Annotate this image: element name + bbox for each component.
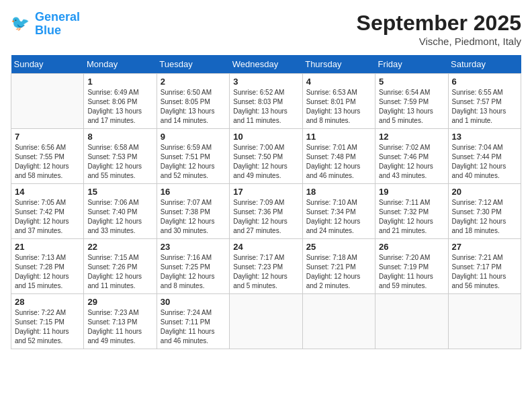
calendar-cell: 7Sunrise: 6:56 AMSunset: 7:55 PMDaylight…	[11, 129, 84, 184]
day-header-monday: Monday	[84, 55, 157, 74]
calendar-cell: 29Sunrise: 7:23 AMSunset: 7:13 PMDayligh…	[84, 294, 157, 349]
day-number: 29	[87, 297, 152, 307]
calendar-cell: 12Sunrise: 7:02 AMSunset: 7:46 PMDayligh…	[375, 129, 448, 184]
day-number: 10	[233, 132, 298, 142]
day-header-wednesday: Wednesday	[230, 55, 302, 74]
calendar-cell: 19Sunrise: 7:11 AMSunset: 7:32 PMDayligh…	[375, 184, 448, 239]
calendar-cell: 11Sunrise: 7:01 AMSunset: 7:48 PMDayligh…	[302, 129, 375, 184]
day-info: Sunrise: 6:50 AMSunset: 8:05 PMDaylight:…	[161, 88, 226, 126]
day-info: Sunrise: 6:59 AMSunset: 7:51 PMDaylight:…	[161, 143, 226, 181]
day-info: Sunrise: 7:01 AMSunset: 7:48 PMDaylight:…	[306, 143, 371, 181]
day-info: Sunrise: 7:16 AMSunset: 7:25 PMDaylight:…	[161, 253, 226, 291]
location: Vische, Piedmont, Italy	[357, 36, 521, 47]
day-number: 28	[15, 297, 80, 307]
logo-text: General Blue	[35, 11, 80, 38]
day-number: 13	[452, 132, 517, 142]
logo-general: General	[35, 10, 80, 24]
day-info: Sunrise: 7:20 AMSunset: 7:19 PMDaylight:…	[379, 253, 444, 291]
calendar-cell: 21Sunrise: 7:13 AMSunset: 7:28 PMDayligh…	[11, 239, 84, 294]
calendar-cell: 14Sunrise: 7:05 AMSunset: 7:42 PMDayligh…	[11, 184, 84, 239]
calendar-cell: 15Sunrise: 7:06 AMSunset: 7:40 PMDayligh…	[84, 184, 157, 239]
calendar-cell: 23Sunrise: 7:16 AMSunset: 7:25 PMDayligh…	[157, 239, 229, 294]
day-info: Sunrise: 7:07 AMSunset: 7:38 PMDaylight:…	[161, 198, 226, 236]
calendar-cell: 4Sunrise: 6:53 AMSunset: 8:01 PMDaylight…	[302, 74, 375, 129]
calendar-cell	[375, 294, 448, 349]
day-number: 16	[161, 187, 226, 197]
day-number: 20	[452, 187, 517, 197]
calendar-week-row: 21Sunrise: 7:13 AMSunset: 7:28 PMDayligh…	[11, 239, 521, 294]
calendar-cell: 30Sunrise: 7:24 AMSunset: 7:11 PMDayligh…	[157, 294, 229, 349]
calendar-cell: 17Sunrise: 7:09 AMSunset: 7:36 PMDayligh…	[230, 184, 302, 239]
day-number: 17	[233, 187, 298, 197]
day-info: Sunrise: 7:15 AMSunset: 7:26 PMDaylight:…	[87, 253, 152, 291]
day-number: 1	[87, 77, 152, 87]
day-number: 5	[379, 77, 444, 87]
calendar-cell	[230, 294, 302, 349]
calendar-cell: 16Sunrise: 7:07 AMSunset: 7:38 PMDayligh…	[157, 184, 229, 239]
calendar-cell: 18Sunrise: 7:10 AMSunset: 7:34 PMDayligh…	[302, 184, 375, 239]
day-header-saturday: Saturday	[448, 55, 521, 74]
day-number: 8	[87, 132, 152, 142]
day-info: Sunrise: 7:18 AMSunset: 7:21 PMDaylight:…	[306, 253, 371, 291]
day-info: Sunrise: 7:02 AMSunset: 7:46 PMDaylight:…	[379, 143, 444, 181]
calendar-cell: 13Sunrise: 7:04 AMSunset: 7:44 PMDayligh…	[448, 129, 521, 184]
day-info: Sunrise: 7:23 AMSunset: 7:13 PMDaylight:…	[87, 308, 152, 346]
day-number: 15	[87, 187, 152, 197]
day-info: Sunrise: 7:12 AMSunset: 7:30 PMDaylight:…	[452, 198, 517, 236]
day-header-thursday: Thursday	[302, 55, 375, 74]
day-number: 12	[379, 132, 444, 142]
day-info: Sunrise: 6:52 AMSunset: 8:03 PMDaylight:…	[233, 88, 298, 126]
month-title: September 2025	[357, 11, 521, 36]
day-number: 21	[15, 242, 80, 252]
day-number: 18	[306, 187, 371, 197]
logo-blue: Blue	[35, 24, 61, 37]
calendar-cell	[302, 294, 375, 349]
day-info: Sunrise: 7:06 AMSunset: 7:40 PMDaylight:…	[87, 198, 152, 236]
calendar-cell: 28Sunrise: 7:22 AMSunset: 7:15 PMDayligh…	[11, 294, 84, 349]
logo-icon: 🐦	[11, 13, 32, 35]
day-number: 4	[306, 77, 371, 87]
day-number: 2	[161, 77, 226, 87]
day-number: 22	[87, 242, 152, 252]
title-block: September 2025 Vische, Piedmont, Italy	[357, 11, 521, 47]
day-number: 25	[306, 242, 371, 252]
page-header: 🐦 General Blue September 2025 Vische, Pi…	[11, 11, 521, 47]
day-info: Sunrise: 6:58 AMSunset: 7:53 PMDaylight:…	[87, 143, 152, 181]
calendar-week-row: 28Sunrise: 7:22 AMSunset: 7:15 PMDayligh…	[11, 294, 521, 349]
day-info: Sunrise: 6:53 AMSunset: 8:01 PMDaylight:…	[306, 88, 371, 126]
day-number: 3	[233, 77, 298, 87]
calendar-cell: 24Sunrise: 7:17 AMSunset: 7:23 PMDayligh…	[230, 239, 302, 294]
day-info: Sunrise: 7:13 AMSunset: 7:28 PMDaylight:…	[15, 253, 80, 291]
calendar-cell: 27Sunrise: 7:21 AMSunset: 7:17 PMDayligh…	[448, 239, 521, 294]
calendar-cell: 2Sunrise: 6:50 AMSunset: 8:05 PMDaylight…	[157, 74, 229, 129]
calendar-cell: 25Sunrise: 7:18 AMSunset: 7:21 PMDayligh…	[302, 239, 375, 294]
calendar-week-row: 14Sunrise: 7:05 AMSunset: 7:42 PMDayligh…	[11, 184, 521, 239]
day-info: Sunrise: 7:24 AMSunset: 7:11 PMDaylight:…	[161, 308, 226, 346]
day-number: 19	[379, 187, 444, 197]
day-number: 30	[161, 297, 226, 307]
day-number: 6	[452, 77, 517, 87]
day-header-tuesday: Tuesday	[157, 55, 229, 74]
calendar-cell: 3Sunrise: 6:52 AMSunset: 8:03 PMDaylight…	[230, 74, 302, 129]
day-header-friday: Friday	[375, 55, 448, 74]
day-number: 23	[161, 242, 226, 252]
calendar-cell: 26Sunrise: 7:20 AMSunset: 7:19 PMDayligh…	[375, 239, 448, 294]
day-number: 24	[233, 242, 298, 252]
day-info: Sunrise: 7:22 AMSunset: 7:15 PMDaylight:…	[15, 308, 80, 346]
calendar-cell	[11, 74, 84, 129]
calendar-cell: 20Sunrise: 7:12 AMSunset: 7:30 PMDayligh…	[448, 184, 521, 239]
calendar-header-row: SundayMondayTuesdayWednesdayThursdayFrid…	[11, 55, 521, 74]
day-number: 7	[15, 132, 80, 142]
calendar-table: SundayMondayTuesdayWednesdayThursdayFrid…	[11, 55, 521, 349]
day-info: Sunrise: 7:09 AMSunset: 7:36 PMDaylight:…	[233, 198, 298, 236]
day-info: Sunrise: 7:11 AMSunset: 7:32 PMDaylight:…	[379, 198, 444, 236]
day-info: Sunrise: 7:17 AMSunset: 7:23 PMDaylight:…	[233, 253, 298, 291]
calendar-week-row: 7Sunrise: 6:56 AMSunset: 7:55 PMDaylight…	[11, 129, 521, 184]
calendar-cell: 5Sunrise: 6:54 AMSunset: 7:59 PMDaylight…	[375, 74, 448, 129]
day-info: Sunrise: 7:10 AMSunset: 7:34 PMDaylight:…	[306, 198, 371, 236]
day-number: 11	[306, 132, 371, 142]
day-info: Sunrise: 6:56 AMSunset: 7:55 PMDaylight:…	[15, 143, 80, 181]
calendar-cell: 10Sunrise: 7:00 AMSunset: 7:50 PMDayligh…	[230, 129, 302, 184]
calendar-cell: 22Sunrise: 7:15 AMSunset: 7:26 PMDayligh…	[84, 239, 157, 294]
day-info: Sunrise: 6:54 AMSunset: 7:59 PMDaylight:…	[379, 88, 444, 126]
